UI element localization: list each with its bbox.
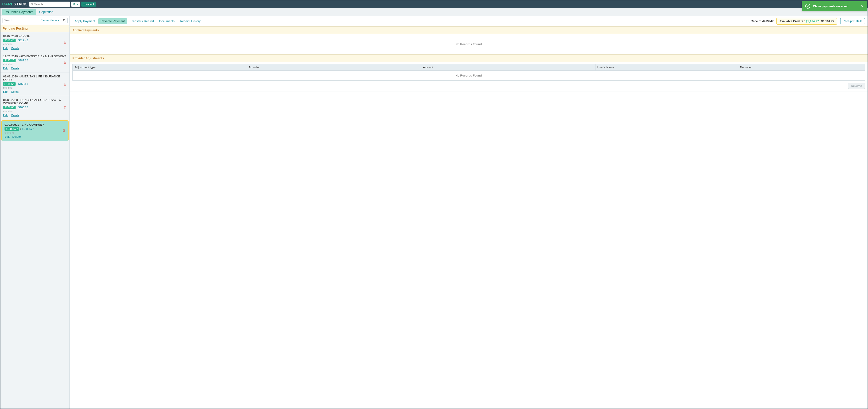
- posting-item[interactable]: 01/08/2020 - BUNCH & ASSOCIATES/WDW WORK…: [0, 96, 69, 119]
- sidebar-search-row: Carrier Name: [0, 16, 69, 25]
- clipboard-icon[interactable]: [62, 129, 65, 133]
- amount-row: $312.40 / $312.40: [3, 38, 67, 42]
- posting-title: 01/03/2020 - LINE COMPANY: [4, 123, 66, 126]
- edit-link[interactable]: Edit: [3, 90, 8, 93]
- posting-user: chinchu: [3, 110, 67, 113]
- posting-actions: EditDelete: [4, 135, 66, 138]
- delete-link[interactable]: Delete: [11, 114, 20, 117]
- amount-row: $1,164.77 / $1,164.77: [4, 127, 66, 131]
- col-adjustment-type: Adjustment type: [73, 64, 247, 71]
- edit-link[interactable]: Edit: [4, 135, 9, 138]
- logo: CARESTACK: [2, 2, 27, 6]
- chevron-down-icon: [58, 19, 60, 22]
- delete-link[interactable]: Delete: [11, 47, 20, 50]
- delete-link[interactable]: Delete: [11, 90, 20, 93]
- posting-user: chinchu: [4, 131, 66, 134]
- svg-line-1: [32, 4, 33, 5]
- tab-capitation[interactable]: Capitation: [37, 9, 56, 15]
- edit-link[interactable]: Edit: [3, 114, 8, 117]
- svg-line-10: [65, 21, 65, 22]
- credits-label: Available Credits :: [779, 20, 806, 23]
- delete-link[interactable]: Delete: [11, 66, 20, 70]
- amount-total: $166.00: [18, 106, 28, 109]
- subnav-tabs: Insurance Payments Capitation: [2, 9, 56, 15]
- amount-total: $158.65: [18, 82, 28, 86]
- sidebar: Carrier Name Pending Posting 01/09/2020 …: [0, 16, 70, 409]
- receipt-number: Receipt #269947: [751, 20, 774, 23]
- adjustments-table: Adjustment type Provider Amount User's N…: [72, 64, 865, 81]
- posting-item[interactable]: 12/26/2019 - ADVENTIST RISK MANAGEMENT$1…: [0, 52, 69, 72]
- content: Apply Payment Reverse Payment Transfer /…: [70, 16, 868, 409]
- posting-title: 01/03/2020 - AMERITAS LIFE INSURANCE COR…: [3, 75, 67, 82]
- amount-total: $312.40: [18, 39, 28, 42]
- posting-title: 01/08/2020 - BUNCH & ASSOCIATES/WDW WORK…: [3, 98, 67, 105]
- topbar: CARESTACK + Patient: [0, 0, 868, 8]
- patient-dropdown[interactable]: [71, 2, 80, 7]
- sidebar-search-input[interactable]: [2, 18, 39, 23]
- available-credits-box: Available Credits : $1,164.77 / $1,164.7…: [777, 18, 837, 24]
- posting-item[interactable]: 01/03/2020 - LINE COMPANY$1,164.77 / $1,…: [1, 120, 69, 141]
- documents-button[interactable]: Documents: [157, 18, 177, 24]
- credits-sep: /: [819, 20, 821, 23]
- amount-row: $187.20 / $187.20: [3, 59, 67, 62]
- receipt-history-button[interactable]: Receipt History: [178, 18, 203, 24]
- posting-list: 01/09/2020 - CIGNA$312.40 / $312.40chinc…: [0, 32, 69, 409]
- logo-stack: STACK: [13, 2, 27, 6]
- search-icon: [31, 3, 33, 6]
- provider-adjustments-header: Provider Adjustments: [70, 54, 868, 62]
- logo-care: CARE: [2, 2, 13, 6]
- tab-insurance-payments[interactable]: Insurance Payments: [2, 9, 36, 15]
- clipboard-icon[interactable]: [63, 106, 67, 109]
- amount-chip: $166.00: [3, 106, 16, 109]
- reverse-row: Reverse: [70, 82, 868, 91]
- amount-chip: $187.20: [3, 59, 16, 62]
- clipboard-icon[interactable]: [63, 61, 67, 64]
- clipboard-icon[interactable]: [63, 82, 67, 86]
- global-search[interactable]: [29, 2, 70, 7]
- transfer-refund-button[interactable]: Transfer / Refund: [128, 18, 156, 24]
- check-icon: ✓: [805, 4, 810, 8]
- search-icon: [63, 19, 66, 22]
- posting-actions: EditDelete: [3, 90, 67, 93]
- amount-total: $1,164.77: [22, 127, 34, 130]
- applied-no-records: No Records Found: [70, 34, 868, 54]
- col-remarks: Remarks: [738, 64, 865, 71]
- delete-link[interactable]: Delete: [12, 135, 21, 138]
- reverse-button[interactable]: Reverse: [848, 83, 865, 89]
- amount-chip: $1,164.77: [4, 127, 19, 131]
- sidebar-search-button[interactable]: [61, 18, 68, 23]
- sidebar-sort-label: Carrier Name: [40, 19, 57, 22]
- adjustments-table-wrap: Adjustment type Provider Amount User's N…: [70, 62, 868, 82]
- amount-total: $187.20: [18, 59, 28, 62]
- receipt-details-button[interactable]: Receipt Details: [840, 18, 865, 24]
- subnav: Insurance Payments Capitation: [0, 8, 868, 16]
- posting-user: chinchu: [3, 43, 67, 46]
- main: Carrier Name Pending Posting 01/09/2020 …: [0, 16, 868, 409]
- content-toolbar: Apply Payment Reverse Payment Transfer /…: [70, 16, 868, 26]
- adjustments-no-records: No Records Found: [73, 71, 865, 81]
- posting-item[interactable]: 01/09/2020 - CIGNA$312.40 / $312.40chinc…: [0, 32, 69, 52]
- pending-posting-header: Pending Posting: [0, 25, 69, 32]
- applied-payments-header: Applied Payments: [70, 26, 868, 34]
- apply-payment-button[interactable]: Apply Payment: [72, 18, 97, 24]
- edit-link[interactable]: Edit: [3, 47, 8, 50]
- toast-success: ✓ Claim payments reversed ✕: [802, 1, 867, 11]
- credits-value: $1,164.77: [806, 20, 819, 23]
- edit-link[interactable]: Edit: [3, 66, 8, 70]
- credits-total: $1,164.77: [821, 20, 834, 23]
- clipboard-icon[interactable]: [63, 40, 67, 44]
- sidebar-sort-dropdown[interactable]: Carrier Name: [39, 18, 61, 23]
- close-icon[interactable]: ✕: [861, 4, 864, 8]
- col-user-name: User's Name: [595, 64, 738, 71]
- add-patient-button[interactable]: + Patient: [81, 2, 96, 7]
- col-provider: Provider: [247, 64, 421, 71]
- global-search-input[interactable]: [34, 3, 69, 6]
- reverse-payment-button[interactable]: Reverse Payment: [98, 18, 127, 24]
- amount-chip: $312.40: [3, 38, 16, 42]
- posting-title: 12/26/2019 - ADVENTIST RISK MANAGEMENT: [3, 55, 67, 58]
- posting-item[interactable]: 01/03/2020 - AMERITAS LIFE INSURANCE COR…: [0, 72, 69, 96]
- svg-point-2: [73, 3, 74, 4]
- posting-user: chinchu: [3, 63, 67, 66]
- amount-row: $158.65 / $158.65: [3, 82, 67, 86]
- amount-row: $166.00 / $166.00: [3, 106, 67, 109]
